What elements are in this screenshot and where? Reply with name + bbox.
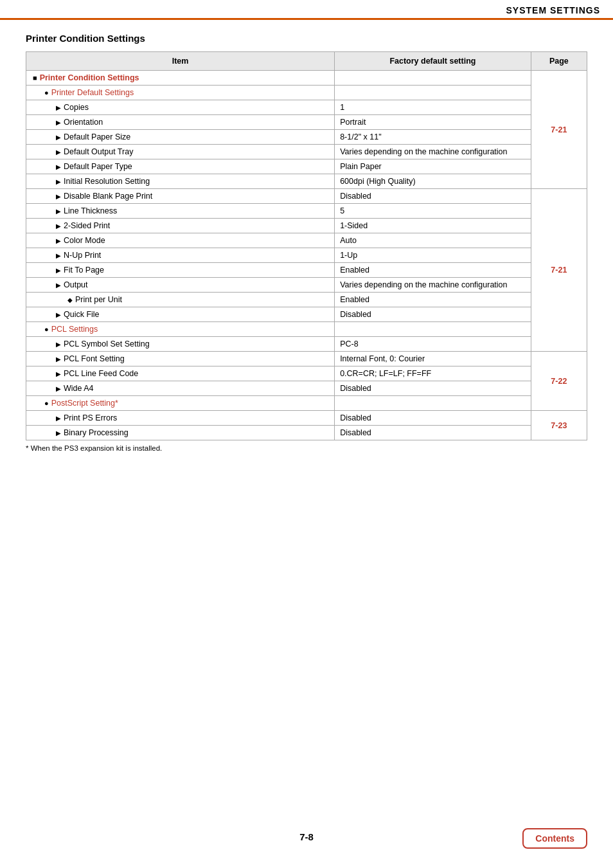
- default-cell: [335, 396, 531, 411]
- arrow-icon: ▶: [56, 208, 61, 215]
- arrow-icon: ▶: [56, 429, 61, 437]
- page-footer: 7-8: [0, 831, 613, 842]
- default-value: 8-1/2" x 11": [340, 132, 381, 141]
- header-title: SYSTEM SETTINGS: [506, 5, 600, 15]
- default-cell: 8-1/2" x 11": [335, 130, 531, 145]
- table-row: ▶Initial Resolution Setting600dpi (High …: [26, 174, 587, 189]
- item-label: 2-Sided Print: [64, 221, 110, 230]
- default-cell: Enabled: [335, 263, 531, 278]
- contents-button[interactable]: Contents: [522, 828, 587, 849]
- item-label: Initial Resolution Setting: [64, 177, 150, 186]
- item-label: Orientation: [64, 118, 103, 127]
- table-row: ▶PCL Font SettingInternal Font, 0: Couri…: [26, 352, 587, 366]
- table-row: ▶OutputVaries depending on the machine c…: [26, 278, 587, 293]
- default-value: 1: [340, 103, 344, 112]
- default-value: 1-Up: [340, 251, 357, 260]
- item-cell: ▶Default Paper Type: [26, 159, 335, 174]
- arrow-icon: ▶: [56, 341, 61, 348]
- table-row: ▶PCL Symbol Set SettingPC-8: [26, 337, 587, 352]
- default-cell: Disabled: [335, 426, 531, 440]
- item-label: PostScript Setting*: [51, 399, 118, 408]
- item-cell: ▶Disable Blank Page Print: [26, 189, 335, 204]
- item-cell: ▶Wide A4: [26, 381, 335, 396]
- default-cell: Portrait: [335, 115, 531, 130]
- default-value: Auto: [340, 236, 357, 245]
- item-label: PCL Font Setting: [64, 354, 125, 363]
- item-cell: ●Printer Default Settings: [26, 86, 335, 100]
- table-row: ■Printer Condition Settings7-21: [26, 71, 587, 86]
- item-cell: ▶PCL Font Setting: [26, 352, 335, 366]
- table-row: ▶Color ModeAuto: [26, 233, 587, 248]
- table-header: Item Factory default setting Page: [26, 52, 587, 71]
- page-cell: 7-22: [531, 352, 587, 411]
- item-cell: ▶Initial Resolution Setting: [26, 174, 335, 189]
- item-label: N-Up Print: [64, 251, 101, 260]
- item-label: Default Output Tray: [64, 147, 133, 156]
- table-row: ▶Binary ProcessingDisabled: [26, 426, 587, 440]
- col-page: Page: [531, 52, 587, 71]
- item-cell: ▶Orientation: [26, 115, 335, 130]
- default-cell: 1: [335, 100, 531, 115]
- default-value: Enabled: [340, 295, 369, 304]
- default-value: Disabled: [340, 310, 371, 319]
- item-label: PCL Line Feed Code: [64, 369, 138, 378]
- footnote: * When the PS3 expansion kit is installe…: [26, 444, 587, 452]
- item-cell: ▶Default Output Tray: [26, 145, 335, 159]
- default-cell: 600dpi (High Quality): [335, 174, 531, 189]
- item-label: Binary Processing: [64, 428, 129, 437]
- item-cell: ▶2-Sided Print: [26, 219, 335, 233]
- arrow-icon: ▶: [56, 237, 61, 244]
- table-row: ●PostScript Setting*: [26, 396, 587, 411]
- default-value: Disabled: [340, 428, 371, 437]
- item-cell: ●PCL Settings: [26, 322, 335, 337]
- table-row: ●Printer Default Settings: [26, 86, 587, 100]
- item-cell: ■Printer Condition Settings: [26, 71, 335, 86]
- table-row: ▶Default Output TrayVaries depending on …: [26, 145, 587, 159]
- settings-table: Item Factory default setting Page ■Print…: [26, 51, 587, 440]
- arrow-icon: ▶: [56, 267, 61, 274]
- arrow-icon: ▶: [56, 252, 61, 259]
- item-label: Disable Blank Page Print: [64, 192, 152, 201]
- table-row: ▶Quick FileDisabled: [26, 307, 587, 322]
- default-cell: Varies depending on the machine configur…: [335, 278, 531, 293]
- default-cell: Enabled: [335, 293, 531, 307]
- default-cell: [335, 86, 531, 100]
- arrow-icon: ▶: [56, 193, 61, 200]
- item-label: Printer Default Settings: [51, 88, 134, 97]
- item-cell: ▶Quick File: [26, 307, 335, 322]
- arrow-icon: ▶: [56, 311, 61, 318]
- arrow-icon: ▶: [56, 119, 61, 126]
- page-number-cell: 7-21: [551, 266, 567, 275]
- item-cell: ◆Print per Unit: [26, 293, 335, 307]
- default-value: 600dpi (High Quality): [340, 177, 415, 186]
- default-value: Plain Paper: [340, 162, 382, 171]
- item-cell: ▶PCL Line Feed Code: [26, 366, 335, 381]
- item-cell: ▶Line Thickness: [26, 204, 335, 219]
- arrow-icon: ▶: [56, 149, 61, 156]
- item-label: Print per Unit: [75, 295, 122, 304]
- page-number-cell: 7-22: [551, 377, 567, 386]
- table-row: ▶OrientationPortrait: [26, 115, 587, 130]
- table-row: ▶Default Paper Size8-1/2" x 11": [26, 130, 587, 145]
- default-cell: Disabled: [335, 381, 531, 396]
- table-row: ▶Fit To PageEnabled: [26, 263, 587, 278]
- page-cell: 7-21: [531, 189, 587, 352]
- item-cell: ▶Default Paper Size: [26, 130, 335, 145]
- default-cell: Plain Paper: [335, 159, 531, 174]
- default-value: Portrait: [340, 118, 366, 127]
- item-cell: ▶Copies: [26, 100, 335, 115]
- item-label: PCL Settings: [51, 325, 98, 334]
- circle-icon: ●: [44, 89, 49, 96]
- default-cell: 1-Sided: [335, 219, 531, 233]
- circle-icon: ●: [44, 325, 49, 333]
- arrow-icon: ▶: [56, 282, 61, 289]
- table-row: ▶N-Up Print1-Up: [26, 248, 587, 263]
- default-cell: Disabled: [335, 307, 531, 322]
- square-icon: ■: [33, 74, 37, 82]
- page-cell: 7-23: [531, 411, 587, 440]
- default-value: 5: [340, 206, 344, 215]
- page-cell: 7-21: [531, 71, 587, 189]
- item-label: Default Paper Size: [64, 132, 130, 141]
- table-row: ▶Print PS ErrorsDisabled7-23: [26, 411, 587, 426]
- item-cell: ●PostScript Setting*: [26, 396, 335, 411]
